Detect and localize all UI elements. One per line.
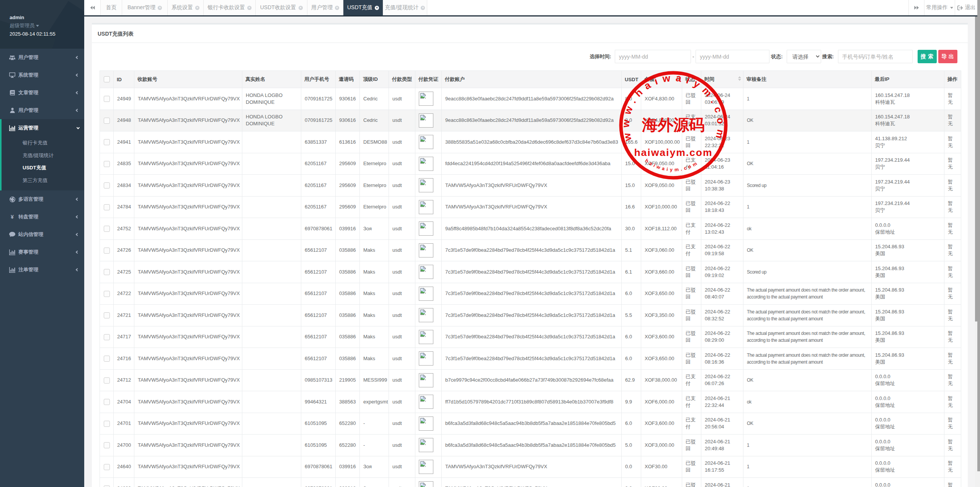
svg-text:haiwaiym.com: haiwaiym.com (644, 158, 699, 172)
svg-text:海外源码: 海外源码 (642, 116, 705, 134)
svg-text:haiwaiym.com: haiwaiym.com (634, 147, 712, 158)
